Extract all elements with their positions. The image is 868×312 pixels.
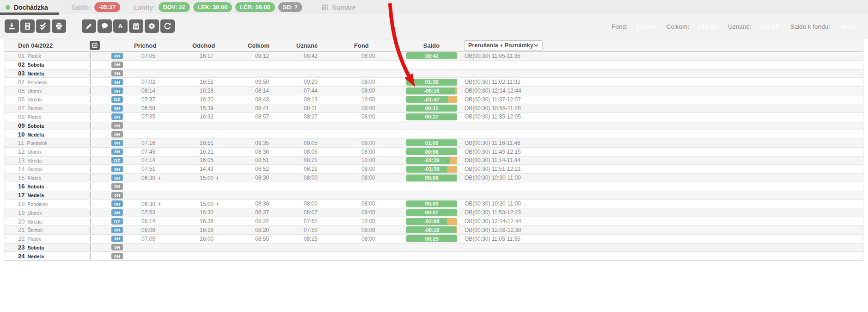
departure-manual-icon: + [216, 175, 220, 181]
row-checkbox[interactable] [90, 209, 91, 216]
row-checkbox[interactable] [90, 165, 91, 173]
departure-time: 16:32 [200, 113, 214, 120]
table-row: 03 Nedeľa 0H + + [5, 69, 863, 78]
attendance-table: Deň 04/2022 Príchod Odchod Celkom Uznané… [5, 39, 863, 261]
row-checkbox[interactable] [90, 69, 91, 77]
stat-label: Saldo k fondu: [790, 23, 830, 30]
select-all-button[interactable] [90, 41, 100, 50]
fund-time: 08:00 [354, 227, 403, 233]
day-name: Sobota [27, 245, 44, 250]
row-checkbox[interactable] [90, 200, 91, 207]
table-row: 20 Streda DZ 08:14+ 16:36+ 08:22 07:52 1… [5, 217, 863, 226]
header-prichod: Príchod [134, 42, 192, 49]
pencil-button[interactable] [82, 19, 96, 33]
fund-time: 10:00 [354, 96, 403, 103]
table-row: 08 Piatok 8H 07:35+ 16:32+ 08:57 08:27 0… [5, 113, 863, 122]
arrival-time: 06:30 [141, 201, 155, 207]
row-checkbox[interactable] [90, 174, 91, 181]
table-body: 01 Piatok 8H 07:05+ 16:17+ 09:12 08:42 0… [5, 52, 863, 261]
note-text: OB(00:30) 10:30-11:00 [460, 200, 863, 207]
day-number: 20 [18, 218, 24, 225]
saldo-badge: 00:06 [406, 148, 457, 155]
row-checkbox[interactable] [90, 87, 91, 94]
departure-time: 16:28 [200, 227, 214, 233]
saldo-value: -00:16 [406, 87, 457, 94]
chevron-down-icon [534, 44, 538, 47]
row-checkbox[interactable] [90, 122, 91, 129]
row-checkbox[interactable] [90, 235, 91, 243]
comment-button[interactable] [98, 19, 112, 33]
arrival-time: 07:05 [141, 236, 155, 242]
stat-value-badge: 180:53 [692, 21, 722, 31]
row-checkbox[interactable] [90, 61, 91, 69]
total-time: 08:43 [248, 96, 296, 103]
download-button[interactable] [5, 19, 19, 33]
day-number: 11 [18, 139, 24, 146]
departure-time: 16:20 [200, 96, 214, 103]
saldo-total-badge: -05:37 [94, 2, 120, 12]
day-name: Štvrtok [27, 167, 43, 172]
double-check-icon [39, 22, 47, 30]
saldo-badge: 01:20 [406, 79, 457, 86]
day-number: 23 [18, 244, 24, 251]
saldo-value: -01:39 [406, 157, 457, 164]
approved-time: 08:00 [296, 175, 354, 181]
row-checkbox[interactable] [90, 131, 91, 138]
gear-button[interactable] [145, 19, 159, 33]
total-time: 08:55 [248, 236, 296, 242]
row-checkbox[interactable] [90, 148, 91, 156]
toolbar: A [5, 19, 176, 33]
note-text: OB(00:30) 12:08-12:38 [460, 227, 863, 233]
total-time: 08:30 [248, 175, 296, 181]
font-a-button[interactable]: A [113, 19, 128, 33]
departure-time: 16:00 [200, 236, 214, 242]
row-checkbox[interactable] [90, 105, 91, 112]
calendar-button[interactable] [129, 19, 143, 33]
arrival-time: 07:02 [141, 79, 155, 85]
saldo-value: -01:47 [406, 96, 457, 103]
saldo-badge: 00:25 [406, 235, 457, 242]
stat-value-badge: -05:37 [833, 21, 862, 31]
row-checkbox[interactable] [90, 226, 91, 234]
row-checkbox[interactable] [90, 243, 91, 251]
double-check-button[interactable] [36, 19, 50, 33]
row-checkbox[interactable] [90, 113, 91, 120]
day-number: 24 [18, 253, 24, 260]
header-saldo: Saldo [403, 42, 460, 49]
row-checkbox[interactable] [90, 96, 91, 103]
fund-time: 10:00 [354, 218, 403, 225]
row-checkbox[interactable] [90, 78, 91, 86]
row-checkbox[interactable] [90, 183, 91, 190]
saldo-badge: -00:16 [406, 87, 457, 94]
checkbox-checked-icon [92, 42, 98, 49]
total-time: 06:52 [248, 166, 296, 172]
calculator-button[interactable] [20, 19, 35, 33]
total-time: 08:14 [248, 87, 296, 94]
fund-time: 08:00 [354, 149, 403, 155]
printer-button[interactable] [52, 19, 66, 33]
day-type-badge: 8H [111, 227, 123, 233]
day-number: 08 [18, 113, 24, 120]
refresh-button[interactable] [160, 19, 175, 33]
day-type-badge: 8H [111, 87, 123, 94]
tab-sumare[interactable]: Sumáre [322, 4, 355, 11]
approved-time: 08:27 [296, 113, 354, 120]
note-text: OB(00:30) 11:35-12:05 [460, 113, 863, 120]
row-checkbox[interactable] [90, 252, 91, 260]
row-checkbox[interactable] [90, 218, 91, 225]
departure-time: 16:51 [200, 140, 214, 146]
day-name: Sobota [27, 184, 44, 189]
arrival-time: 07:51 [141, 166, 155, 172]
row-checkbox[interactable] [90, 139, 91, 147]
notes-filter-select[interactable]: Prerušenia + Poznámky [464, 40, 543, 51]
total-time: 09:35 [248, 140, 296, 146]
total-time: 08:51 [248, 157, 296, 163]
day-type-badge: DZ [111, 96, 123, 103]
row-checkbox[interactable] [90, 156, 91, 164]
saldo-value: 01:20 [406, 79, 457, 86]
svg-text:A: A [118, 23, 123, 30]
row-checkbox[interactable] [90, 52, 91, 60]
fund-time: 08:00 [354, 209, 403, 216]
row-checkbox[interactable] [90, 192, 91, 199]
stat-label: Fond: [611, 23, 628, 30]
